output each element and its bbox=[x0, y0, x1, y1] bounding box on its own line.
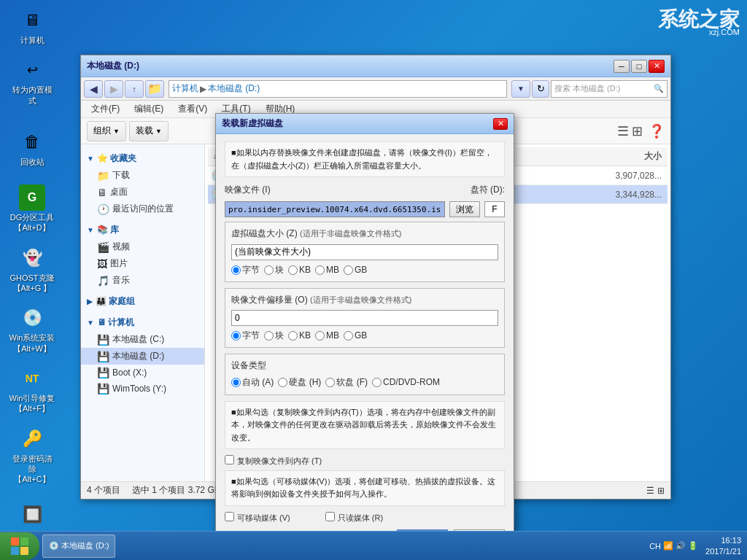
dialog-size-units: 字节 块 KB MB GB bbox=[231, 263, 498, 277]
bootfix-label: Win引导修复【Alt+F】 bbox=[9, 393, 55, 414]
sidebar-item-pictures[interactable]: 🖼图片 bbox=[81, 255, 204, 272]
desktop-icon-recycle[interactable]: 🗑 回收站 bbox=[9, 129, 55, 167]
organize-label: 组织 bbox=[93, 125, 111, 137]
sidebar-item-downloads[interactable]: 📁下载 bbox=[81, 167, 204, 184]
dialog-removable-label: 可移动媒体 (V) bbox=[237, 512, 290, 524]
ghost-label: GHOST克隆【Alt+G 】 bbox=[9, 273, 54, 294]
tray-time-block: 16:13 2017/1/21 bbox=[705, 535, 741, 556]
sidebar-item-video[interactable]: 🎬视频 bbox=[81, 238, 204, 255]
desktop-icon-dg[interactable]: G DG分区工具【Alt+D】 bbox=[9, 184, 55, 233]
dialog-readonly-checkbox[interactable] bbox=[325, 512, 335, 521]
radio-gb[interactable]: GB bbox=[344, 263, 367, 277]
view-icon-grid[interactable]: ⊞ bbox=[632, 123, 643, 139]
status-count: 4 个项目 bbox=[87, 484, 120, 497]
radio-hdd[interactable]: 硬盘 (H) bbox=[278, 376, 321, 389]
minimize-button[interactable]: ─ bbox=[614, 60, 630, 73]
wininstall-label: Win系统安装【Alt+W】 bbox=[9, 332, 55, 354]
mount-label: 装载 bbox=[136, 125, 153, 137]
dialog-vdisk-input[interactable] bbox=[231, 244, 498, 260]
radio-auto[interactable]: 自动 (A) bbox=[231, 376, 274, 389]
desktop-icon-ghost[interactable]: 👻 GHOST克隆【Alt+G 】 bbox=[9, 245, 55, 294]
back-button[interactable]: ◀ bbox=[84, 80, 103, 98]
sidebar-computer-header[interactable]: ▼🖥 计算机 bbox=[81, 314, 204, 331]
dialog-copy-ram-checkbox[interactable] bbox=[225, 455, 234, 464]
sidebar-item-music[interactable]: 🎵音乐 bbox=[81, 272, 204, 289]
breadcrumb-sep: ▶ bbox=[200, 84, 206, 94]
maximize-button[interactable]: □ bbox=[631, 60, 647, 73]
sidebar-item-drive-x[interactable]: 💾Boot (X:) bbox=[81, 365, 204, 381]
radio-offset-mb[interactable]: MB bbox=[315, 329, 339, 343]
taskbar-item-label: 💿 本地磁盘 (D:) bbox=[49, 540, 109, 551]
network-icon: 📶 bbox=[663, 541, 673, 551]
desktop-icon-convert[interactable]: ↩ 转为内置模式 bbox=[9, 57, 55, 106]
dropdown-button[interactable]: ▼ bbox=[511, 80, 530, 98]
help-icon[interactable]: ❓ bbox=[649, 123, 665, 139]
dialog-imagefile-row: 映像文件 (I) 盘符 (D): bbox=[225, 183, 505, 197]
dialog-note-2: ■如果勾选（复制映像文件到内存(T)）选项，将在内存中创建映像文件的副本，对映像… bbox=[225, 401, 505, 450]
sidebar-item-drive-d[interactable]: 💾本地磁盘 (D:) bbox=[81, 348, 204, 365]
sidebar-homegroup-header[interactable]: ▶👨‍👩‍👧 家庭组 bbox=[81, 293, 204, 310]
radio-cdrom[interactable]: CD/DVD-ROM bbox=[372, 376, 440, 389]
desktop-icon-passclr[interactable]: 🔑 登录密码清除【Alt+C】 bbox=[9, 426, 55, 485]
view-icon-list[interactable]: ☰ bbox=[617, 123, 629, 139]
radio-floppy[interactable]: 软盘 (F) bbox=[325, 376, 368, 389]
sidebar-favorites-header[interactable]: ▼⭐ 收藏夹 bbox=[81, 150, 204, 167]
radio-kb[interactable]: KB bbox=[288, 263, 311, 277]
organize-button[interactable]: 组织 ▼ bbox=[87, 121, 126, 141]
desktop: 系统之家 xzj.COM 🖥 计算机 ↩ 转为内置模式 🗑 回收站 G DG分区… bbox=[0, 0, 747, 560]
menu-view[interactable]: 查看(V) bbox=[174, 101, 212, 117]
radio-blocks[interactable]: 块 bbox=[264, 263, 284, 277]
dialog-drive-input[interactable] bbox=[484, 201, 505, 217]
dialog-removable-checkbox[interactable] bbox=[225, 512, 234, 521]
file-size-2: 3,344,928... bbox=[581, 188, 665, 201]
desktop-icon-wininstall[interactable]: 💿 Win系统安装【Alt+W】 bbox=[9, 305, 55, 354]
breadcrumb-computer[interactable]: 计算机 bbox=[172, 82, 198, 95]
taskbar-item-explorer[interactable]: 💿 本地磁盘 (D:) bbox=[42, 534, 115, 558]
sidebar-library-header[interactable]: ▼📚 库 bbox=[81, 222, 204, 238]
dialog-browse-button[interactable]: 浏览 bbox=[449, 201, 480, 217]
sidebar-item-recent[interactable]: 🕐最近访问的位置 bbox=[81, 201, 204, 217]
radio-bytes[interactable]: 字节 bbox=[231, 263, 260, 277]
dialog-readonly-label: 只读媒体 (R) bbox=[338, 512, 383, 524]
desktop-icon-computer[interactable]: 🖥 计算机 bbox=[9, 7, 55, 45]
volume-icon: 🔊 bbox=[676, 541, 686, 551]
sidebar-item-desktop[interactable]: 🖥桌面 bbox=[81, 184, 204, 201]
radio-offset-kb[interactable]: KB bbox=[288, 329, 311, 343]
search-box[interactable]: 搜索 本地磁盘 (D:) 🔍 bbox=[551, 80, 667, 98]
dialog-note-1: ■如果以内存替换映像文件来创建虚拟磁盘，请将（映像文件(I)）栏留空，在（虚拟磁… bbox=[225, 141, 505, 177]
radio-mb[interactable]: MB bbox=[315, 263, 339, 277]
close-button[interactable]: ✕ bbox=[649, 60, 665, 73]
dialog-imagefile-input[interactable] bbox=[225, 201, 445, 217]
sidebar-item-drive-y[interactable]: 💾WimTools (Y:) bbox=[81, 381, 204, 397]
menu-file[interactable]: 文件(F) bbox=[87, 101, 124, 117]
radio-offset-gb[interactable]: GB bbox=[344, 329, 367, 343]
desktop-icons-container: 🖥 计算机 ↩ 转为内置模式 🗑 回收站 G DG分区工具【Alt+D】 👻 G… bbox=[0, 7, 55, 553]
organize-arrow: ▼ bbox=[113, 128, 120, 135]
desktop-icon-bootfix[interactable]: NT Win引导修复【Alt+F】 bbox=[9, 365, 55, 414]
dg-label: DG分区工具【Alt+D】 bbox=[10, 212, 55, 233]
start-button[interactable] bbox=[0, 532, 39, 560]
up-button[interactable]: ↑ bbox=[125, 80, 144, 98]
convert-label: 转为内置模式 bbox=[9, 85, 55, 106]
status-list-icon[interactable]: ☰ bbox=[646, 486, 654, 496]
refresh-button[interactable]: ↻ bbox=[532, 80, 549, 98]
forward-button[interactable]: ▶ bbox=[104, 80, 123, 98]
passclr-icon: 🔑 bbox=[19, 426, 45, 452]
status-grid-icon[interactable]: ⊞ bbox=[657, 486, 665, 496]
breadcrumb-drive[interactable]: 本地磁盘 (D:) bbox=[208, 82, 260, 95]
dialog-offset-input[interactable] bbox=[231, 310, 498, 326]
dialog-device-title: 设备类型 bbox=[231, 359, 498, 373]
address-bar[interactable]: 计算机 ▶ 本地磁盘 (D:) bbox=[169, 80, 507, 98]
sidebar-item-drive-c[interactable]: 💾本地磁盘 (C:) bbox=[81, 331, 204, 348]
dialog-note-3: ■如果勾选（可移动媒体(V)）选项，将创建可移动、热插拔的虚拟设备。这将影响到例… bbox=[225, 470, 505, 506]
menu-edit[interactable]: 编辑(E) bbox=[130, 101, 168, 117]
radio-offset-bytes[interactable]: 字节 bbox=[231, 329, 260, 343]
dialog-offset-title: 映像文件偏移量 (O) (适用于非磁盘映像文件格式) bbox=[231, 293, 498, 307]
mount-arrow: ▼ bbox=[155, 128, 162, 135]
radio-offset-blocks[interactable]: 块 bbox=[264, 329, 284, 343]
modal-close-button[interactable]: ✕ bbox=[493, 118, 508, 130]
modal-body: ■如果以内存替换映像文件来创建虚拟磁盘，请将（映像文件(I)）栏留空，在（虚拟磁… bbox=[216, 134, 514, 557]
folder-icon: 📁 bbox=[145, 80, 164, 98]
mount-button[interactable]: 装载 ▼ bbox=[129, 121, 169, 141]
col-header-size[interactable]: 大小 bbox=[583, 149, 665, 164]
